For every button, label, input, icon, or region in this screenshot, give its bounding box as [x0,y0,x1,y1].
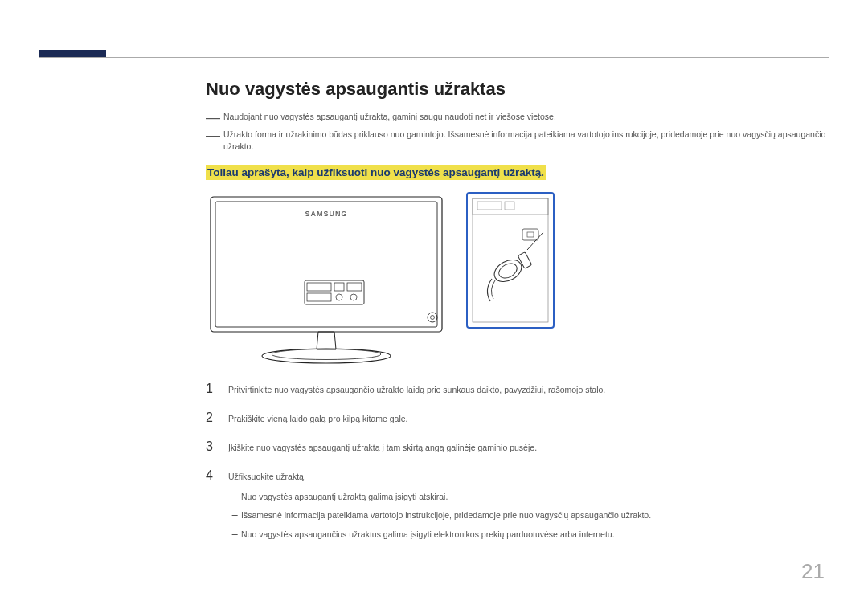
sub-bullet-item: ‒ Nuo vagystės apsaugančius užraktus gal… [228,526,651,542]
sub-bullets: ‒ Nuo vagystės apsaugantį užraktą galima… [228,488,651,542]
steps-list: 1 Pritvirtinkite nuo vagystės apsauganči… [206,382,829,545]
content-area: Nuo vagystės apsaugantis užraktas ― Naud… [206,79,829,550]
step-item: 1 Pritvirtinkite nuo vagystės apsauganči… [206,382,829,396]
svg-point-9 [350,294,357,300]
step-text-inner: Užfiksuokite užraktą. [228,472,306,481]
svg-point-12 [262,349,391,363]
diagram-area: SAMSUNG [206,192,829,367]
sub-bullet-text: Nuo vagystės apsaugančius užraktus galim… [241,529,615,541]
svg-rect-6 [347,283,362,291]
svg-point-10 [428,313,437,322]
accent-bar [39,50,106,57]
step-text: Pritvirtinkite nuo vagystės apsaugančio … [228,384,605,396]
section-heading: Nuo vagystės apsaugantis užraktas [206,79,829,100]
note-dash-icon: ― [206,111,220,124]
monitor-rear-diagram: SAMSUNG [206,192,447,367]
note-item: ― Užrakto forma ir užrakinimo būdas prik… [206,129,829,153]
svg-rect-4 [307,283,331,291]
step-number: 1 [206,382,228,396]
svg-text:SAMSUNG: SAMSUNG [305,210,347,218]
sub-bullet-item: ‒ Nuo vagystės apsaugantį užraktą galima… [228,488,651,505]
svg-rect-18 [505,202,514,210]
step-text: Įkiškite nuo vagystės apsaugantį užraktą… [228,442,537,454]
svg-rect-19 [522,229,538,240]
sub-bullet-text: Nuo vagystės apsaugantį užraktą galima į… [241,491,448,504]
top-rule [39,57,829,58]
sub-bullet-item: ‒ Išsamesnė informacija pateikiama varto… [228,507,651,523]
svg-rect-7 [307,293,331,301]
svg-point-11 [431,315,435,319]
svg-rect-17 [477,202,502,210]
sub-bullet-text: Išsamesnė informacija pateikiama vartoto… [241,509,651,522]
step-item: 2 Prakiškite vieną laido galą pro kilpą … [206,411,829,425]
note-text: Užrakto forma ir užrakinimo būdas prikla… [223,129,829,153]
highlight-text: Toliau aprašyta, kaip užfiksuoti nuo vag… [206,165,546,180]
svg-point-13 [272,349,381,359]
sub-dash-icon: ‒ [228,488,241,505]
sub-dash-icon: ‒ [228,507,241,523]
step-number: 2 [206,411,228,425]
highlight-line: Toliau aprašyta, kaip užfiksuoti nuo vag… [206,165,829,179]
note-dash-icon: ― [206,129,220,141]
lock-zoom-diagram [466,192,555,329]
page-number: 21 [801,559,825,584]
svg-point-8 [336,294,342,300]
svg-rect-1 [215,202,437,327]
svg-rect-16 [473,198,548,215]
svg-rect-5 [334,283,344,291]
step-text: Prakiškite vieną laido galą pro kilpą ki… [228,413,408,425]
step-number: 3 [206,439,228,454]
svg-rect-20 [527,232,534,237]
step-number: 4 [206,468,228,483]
step-item: 4 Užfiksuokite užraktą. ‒ Nuo vagystės a… [206,468,829,545]
step-item: 3 Įkiškite nuo vagystės apsaugantį užrak… [206,439,829,454]
sub-dash-icon: ‒ [228,526,241,542]
note-item: ― Naudojant nuo vagystės apsaugantį užra… [206,111,829,124]
step-text: Užfiksuokite užraktą. ‒ Nuo vagystės aps… [228,471,651,545]
svg-line-24 [527,232,543,250]
note-text: Naudojant nuo vagystės apsaugantį užrakt… [223,111,556,123]
svg-rect-23 [518,251,531,268]
svg-point-22 [497,260,520,280]
